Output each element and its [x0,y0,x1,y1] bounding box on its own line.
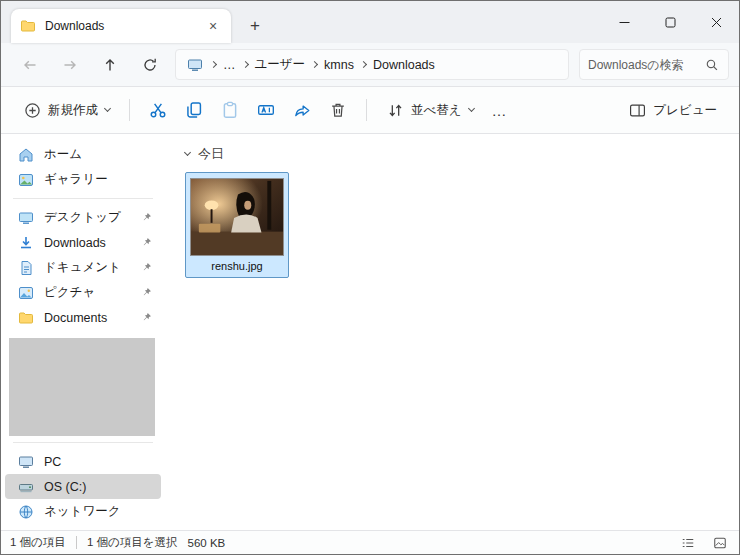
breadcrumb-users[interactable]: ユーザー [255,56,306,73]
sidebar-item-network[interactable]: ネットワーク [5,499,161,524]
cut-icon [149,101,167,119]
close-button[interactable] [693,1,739,43]
maximize-button[interactable] [647,1,693,43]
sidebar-item-pc[interactable]: PC [5,449,161,474]
sidebar-item-label: PC [44,455,61,469]
network-icon [17,503,35,521]
selection-size: 560 KB [188,537,226,549]
rename-button[interactable] [249,94,283,126]
copy-icon [185,101,203,119]
item-count: 1 個の項目 [10,535,66,550]
trash-icon [329,101,347,119]
rename-icon [257,101,275,119]
file-explorer-window: Downloads × + [0,0,740,555]
chevron-down-icon [468,105,475,112]
breadcrumb-ellipsis[interactable]: … [223,58,236,72]
sort-icon [386,101,404,119]
new-button[interactable]: 新規作成 [15,94,118,126]
cut-button[interactable] [141,94,175,126]
folder-icon [17,309,35,327]
sidebar-item-gallery[interactable]: ギャラリー [5,167,161,192]
file-thumbnail [190,178,284,256]
breadcrumb-kmns[interactable]: kmns [324,58,354,72]
sidebar-item-documents-folder[interactable]: Documents [5,305,161,330]
tab-close-button[interactable]: × [203,16,223,36]
see-more-button[interactable]: … [484,98,516,123]
sidebar-item-label: ネットワーク [44,503,120,520]
paste-button[interactable] [213,94,247,126]
minimize-button[interactable] [601,1,647,43]
search-box[interactable] [579,49,729,80]
group-header-today[interactable]: 今日 [185,146,739,162]
sidebar-item-downloads[interactable]: Downloads [5,230,161,255]
sidebar-item-os-c[interactable]: OS (C:) [5,474,161,499]
refresh-button[interactable] [135,50,165,80]
sidebar-item-documents[interactable]: ドキュメント [5,255,161,280]
share-icon [293,101,311,119]
window-controls [601,1,739,43]
file-name-label: renshu.jpg [211,260,262,273]
share-button[interactable] [285,94,319,126]
new-tab-button[interactable]: + [241,12,269,40]
sidebar-item-label: デスクトップ [44,209,121,226]
file-renshu-jpg[interactable]: renshu.jpg [185,172,289,278]
breadcrumb-downloads[interactable]: Downloads [373,58,435,72]
new-button-label: 新規作成 [48,102,98,119]
sidebar-item-label: Downloads [44,236,106,250]
group-header-label: 今日 [198,145,224,163]
sidebar-divider [13,198,153,199]
sidebar-item-desktop[interactable]: デスクトップ [5,205,161,230]
chevron-down-icon [184,149,191,156]
sidebar-item-label: Documents [44,311,107,325]
tab-downloads[interactable]: Downloads × [11,9,231,43]
details-view-button[interactable] [678,534,698,552]
preview-button[interactable]: プレビュー [620,94,725,126]
paste-icon [221,101,239,119]
search-input[interactable] [588,58,699,72]
body: ホーム ギャラリー デスクトップ [1,134,739,530]
sidebar-item-pictures[interactable]: ピクチャ [5,280,161,305]
drive-icon [17,478,35,496]
delete-button[interactable] [321,94,355,126]
chevron-right-icon [360,61,367,68]
sort-button-label: 並べ替え [411,102,462,119]
pictures-icon [17,284,35,302]
pin-icon [140,286,153,299]
sidebar-divider [13,442,153,443]
chevron-right-icon [241,61,248,68]
sidebar-item-label: OS (C:) [44,480,86,494]
title-bar: Downloads × + [1,1,739,43]
tab-title: Downloads [45,19,195,33]
chevron-right-icon [311,61,318,68]
preview-pane-icon [628,101,646,119]
downloads-icon [17,234,35,252]
plus-circle-icon [23,101,41,119]
pin-icon [140,236,153,249]
gallery-icon [17,171,35,189]
pin-icon [140,211,153,224]
copy-button[interactable] [177,94,211,126]
large-icons-view-button[interactable] [710,534,730,552]
breadcrumb[interactable]: … ユーザー kmns Downloads [175,49,569,80]
status-bar: 1 個の項目 1 個の項目を選択 560 KB [1,530,739,554]
chevron-right-icon [210,61,217,68]
sidebar-placeholder [9,338,155,436]
back-button[interactable] [15,50,45,80]
pin-icon [140,261,153,274]
up-button[interactable] [95,50,125,80]
sidebar-item-label: ギャラリー [44,171,108,188]
forward-button[interactable] [55,50,85,80]
file-list-area: 今日 [165,134,739,530]
pc-icon [17,453,35,471]
toolbar-divider [366,99,367,121]
sidebar: ホーム ギャラリー デスクトップ [1,134,165,530]
status-divider [76,536,77,549]
chevron-down-icon [104,105,111,112]
sort-button[interactable]: 並べ替え [378,94,482,126]
command-bar: 新規作成 [1,87,739,134]
sidebar-item-home[interactable]: ホーム [5,142,161,167]
sidebar-item-label: ホーム [44,146,82,163]
selection-count: 1 個の項目を選択 [87,535,178,550]
search-icon [705,56,720,74]
desktop-icon [17,209,35,227]
